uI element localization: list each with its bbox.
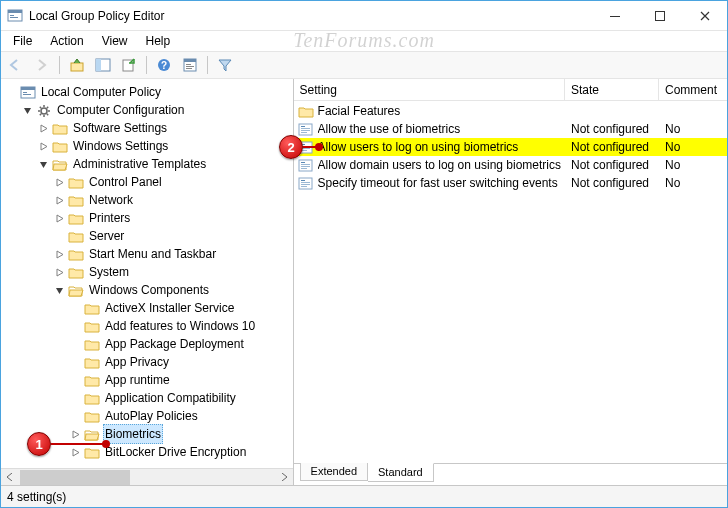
folder-icon	[84, 337, 100, 351]
tree-node-biometrics[interactable]: Biometrics	[5, 425, 293, 443]
tree-node-start_menu[interactable]: Start Menu and Taskbar	[5, 245, 293, 263]
menubar: File Action View Help	[1, 31, 727, 51]
setting-item[interactable]: Specify timeout for fast user switching …	[294, 174, 727, 192]
tree-node-admin_templates[interactable]: Administrative Templates	[5, 155, 293, 173]
close-button[interactable]	[682, 1, 727, 30]
show-hide-tree-button[interactable]	[92, 54, 114, 76]
tab-strip: Extended Standard	[294, 463, 727, 485]
tree-node-label: App Privacy	[103, 353, 171, 371]
root-icon	[20, 85, 36, 99]
forward-button[interactable]	[31, 54, 53, 76]
setting-item[interactable]: Allow domain users to log on using biome…	[294, 156, 727, 174]
expander-icon[interactable]	[23, 106, 35, 115]
expander-icon[interactable]	[39, 160, 51, 169]
tree-horizontal-scrollbar[interactable]	[1, 468, 293, 485]
titlebar: Local Group Policy Editor	[1, 1, 727, 31]
folder-icon	[298, 104, 314, 118]
tree-node-printers[interactable]: Printers	[5, 209, 293, 227]
svg-rect-15	[186, 66, 194, 67]
tree-node-label: Network	[87, 191, 135, 209]
setting-state: Not configured	[565, 176, 659, 190]
tree-node-label: Computer Configuration	[55, 101, 186, 119]
column-comment[interactable]: Comment	[659, 79, 727, 100]
tree-node-server[interactable]: Server	[5, 227, 293, 245]
svg-rect-34	[301, 132, 307, 133]
column-setting[interactable]: Setting	[294, 79, 565, 100]
setting-state: Not configured	[565, 158, 659, 172]
expander-icon[interactable]	[39, 124, 51, 133]
expander-icon[interactable]	[55, 268, 67, 277]
expander-icon[interactable]	[55, 286, 67, 295]
scroll-right-arrow[interactable]	[276, 469, 293, 486]
scroll-left-arrow[interactable]	[1, 469, 18, 486]
expander-icon[interactable]	[71, 430, 83, 439]
help-button[interactable]: ?	[153, 54, 175, 76]
tree-node-bitlocker[interactable]: BitLocker Drive Encryption	[5, 443, 293, 461]
tree-node-control_panel[interactable]: Control Panel	[5, 173, 293, 191]
statusbar: 4 setting(s)	[1, 485, 727, 507]
expander-icon[interactable]	[55, 250, 67, 259]
menu-help[interactable]: Help	[138, 32, 179, 50]
svg-rect-41	[301, 162, 305, 163]
svg-rect-3	[10, 17, 18, 18]
column-state[interactable]: State	[565, 79, 659, 100]
setting-item[interactable]: Allow the use of biometricsNot configure…	[294, 120, 727, 138]
back-button[interactable]	[5, 54, 27, 76]
svg-point-21	[41, 108, 47, 114]
properties-button[interactable]	[179, 54, 201, 76]
svg-rect-36	[301, 144, 305, 145]
minimize-button[interactable]	[592, 1, 637, 30]
tree-node-app_privacy[interactable]: App Privacy	[5, 353, 293, 371]
setting-state: Not configured	[565, 140, 659, 154]
svg-rect-31	[301, 126, 305, 127]
tree-node-activex[interactable]: ActiveX Installer Service	[5, 299, 293, 317]
tree-node-software_settings[interactable]: Software Settings	[5, 119, 293, 137]
svg-rect-46	[301, 180, 305, 181]
tree-node-root[interactable]: Local Computer Policy	[5, 83, 293, 101]
tree-node-label: Printers	[87, 209, 132, 227]
tree-node-label: System	[87, 263, 131, 281]
tree-node-system[interactable]: System	[5, 263, 293, 281]
svg-rect-37	[301, 146, 310, 147]
tree-node-autoplay[interactable]: AutoPlay Policies	[5, 407, 293, 425]
detail-pane: Setting State Comment Facial FeaturesAll…	[294, 79, 727, 485]
expander-icon[interactable]	[55, 178, 67, 187]
expander-icon[interactable]	[39, 142, 51, 151]
window: Local Group Policy Editor TenForums.com …	[0, 0, 728, 508]
svg-rect-44	[301, 168, 307, 169]
tab-extended[interactable]: Extended	[300, 463, 368, 481]
tree-node-win_components[interactable]: Windows Components	[5, 281, 293, 299]
tree-node-app_runtime[interactable]: App runtime	[5, 371, 293, 389]
scroll-thumb[interactable]	[20, 470, 130, 485]
folder-icon	[84, 409, 100, 423]
tree-node-app_package[interactable]: App Package Deployment	[5, 335, 293, 353]
maximize-button[interactable]	[637, 1, 682, 30]
expander-icon[interactable]	[55, 214, 67, 223]
tree-node-add_features[interactable]: Add features to Windows 10	[5, 317, 293, 335]
menu-file[interactable]: File	[5, 32, 40, 50]
svg-text:?: ?	[161, 60, 167, 71]
expander-icon[interactable]	[55, 196, 67, 205]
export-list-button[interactable]	[118, 54, 140, 76]
menu-action[interactable]: Action	[42, 32, 91, 50]
setting-folder[interactable]: Facial Features	[294, 102, 727, 120]
folder-icon	[84, 391, 100, 405]
tree-node-windows_settings[interactable]: Windows Settings	[5, 137, 293, 155]
tab-standard[interactable]: Standard	[368, 463, 434, 482]
svg-rect-2	[10, 15, 14, 16]
up-button[interactable]	[66, 54, 88, 76]
tree-node-app_compat[interactable]: Application Compatibility	[5, 389, 293, 407]
setting-item[interactable]: Allow users to log on using biometricsNo…	[294, 138, 727, 156]
tree-node-network[interactable]: Network	[5, 191, 293, 209]
expander-icon[interactable]	[71, 448, 83, 457]
menu-view[interactable]: View	[94, 32, 136, 50]
svg-rect-43	[301, 166, 310, 167]
svg-line-26	[40, 106, 41, 107]
tree-node-comp_config[interactable]: Computer Configuration	[5, 101, 293, 119]
tree-node-label: Add features to Windows 10	[103, 317, 257, 335]
tree[interactable]: Local Computer PolicyComputer Configurat…	[1, 79, 293, 468]
toolbar-separator-3	[207, 56, 208, 74]
detail-list[interactable]: Facial FeaturesAllow the use of biometri…	[294, 101, 727, 463]
folder-icon	[52, 121, 68, 135]
filter-button[interactable]	[214, 54, 236, 76]
